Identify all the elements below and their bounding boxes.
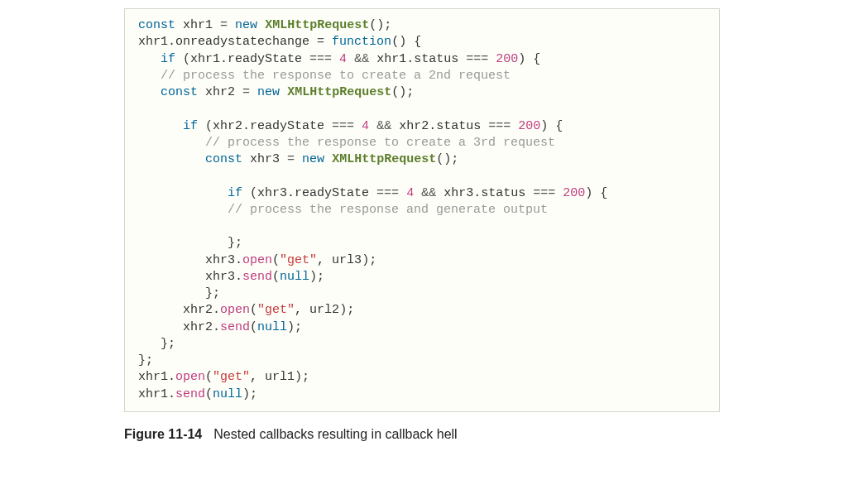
property: status xyxy=(414,52,458,66)
identifier: xhr2 xyxy=(183,303,213,317)
punct: ( xyxy=(250,320,257,334)
identifier: url3 xyxy=(332,253,362,267)
class-name: XMLHttpRequest xyxy=(265,18,369,32)
figure-caption: Figure 11-14Nested callbacks resulting i… xyxy=(124,427,720,442)
punct: ( xyxy=(272,253,280,267)
figure-label: Figure 11-14 xyxy=(124,427,202,441)
op-and: && xyxy=(347,52,376,66)
method-open: open xyxy=(242,253,272,267)
indent xyxy=(138,69,161,83)
dot: . xyxy=(235,253,242,267)
string: "get" xyxy=(213,370,250,384)
comment: // process the response to create a 3rd … xyxy=(205,136,555,150)
property: readyState xyxy=(250,119,324,133)
comma: , xyxy=(295,303,309,317)
identifier: xhr3 xyxy=(257,186,287,200)
identifier: xhr3 xyxy=(205,253,235,267)
keyword-function: function xyxy=(332,35,391,49)
indent xyxy=(138,119,183,133)
punct: ( xyxy=(205,370,213,384)
indent xyxy=(138,320,183,334)
op-and: && xyxy=(369,119,399,133)
keyword-const: const xyxy=(161,85,198,99)
dot: . xyxy=(429,119,436,133)
property: status xyxy=(481,186,525,200)
comma: , xyxy=(317,253,332,267)
punct: ); xyxy=(339,303,354,317)
number: 200 xyxy=(563,186,585,200)
indent xyxy=(138,270,205,284)
identifier: xhr2 xyxy=(183,320,213,334)
punct: ); xyxy=(295,370,309,384)
punct: ( xyxy=(175,52,190,66)
identifier: xhr1 xyxy=(190,52,220,66)
identifier: xhr1 xyxy=(138,370,168,384)
indent xyxy=(138,286,205,300)
identifier: url1 xyxy=(265,370,295,384)
method-send: send xyxy=(242,270,272,284)
code-block: const xhr1 = new XMLHttpRequest(); xhr1.… xyxy=(124,8,720,412)
indent xyxy=(138,303,183,317)
number: 200 xyxy=(518,119,540,133)
op-eqeqeq: === xyxy=(369,186,406,200)
comma: , xyxy=(250,370,265,384)
property: onreadystatechange xyxy=(175,35,309,49)
figure-caption-text: Nested callbacks resulting in callback h… xyxy=(213,427,457,441)
keyword-if: if xyxy=(161,52,175,66)
punct: ( xyxy=(272,270,280,284)
identifier: xhr2 xyxy=(213,119,242,133)
identifier: xhr1 xyxy=(138,387,168,401)
property: readyState xyxy=(228,52,302,66)
punct: ); xyxy=(362,253,376,267)
string: "get" xyxy=(257,303,295,317)
op-eqeqeq: === xyxy=(525,186,563,200)
keyword-new: new xyxy=(302,152,324,166)
punct: ); xyxy=(242,387,257,401)
keyword-if: if xyxy=(183,119,198,133)
keyword-const: const xyxy=(138,18,175,32)
comment: // process the response to create a 2nd … xyxy=(161,69,511,83)
op-eq: = xyxy=(287,152,295,166)
punct: ( xyxy=(205,387,213,401)
punct: ( xyxy=(250,303,257,317)
identifier: xhr1 xyxy=(376,52,406,66)
number: 4 xyxy=(339,52,347,66)
null-literal: null xyxy=(280,270,309,284)
identifier: url2 xyxy=(309,303,339,317)
indent xyxy=(138,152,205,166)
property: status xyxy=(436,119,481,133)
punct: ) { xyxy=(518,52,540,66)
brace-close: }; xyxy=(138,353,153,367)
string: "get" xyxy=(280,253,317,267)
punct: ); xyxy=(309,270,324,284)
method-send: send xyxy=(220,320,250,334)
dot: . xyxy=(220,52,228,66)
brace-close: }; xyxy=(228,236,242,250)
punct: (); xyxy=(369,18,391,32)
op-eqeqeq: === xyxy=(481,119,518,133)
dot: . xyxy=(406,52,414,66)
dot: . xyxy=(213,320,220,334)
indent xyxy=(138,186,228,200)
identifier: xhr3 xyxy=(250,152,280,166)
indent xyxy=(138,236,228,250)
indent xyxy=(138,337,161,351)
op-eq: = xyxy=(317,35,324,49)
punct: ) { xyxy=(585,186,607,200)
identifier: xhr1 xyxy=(138,35,168,49)
op-eqeqeq: === xyxy=(458,52,496,66)
keyword-new: new xyxy=(257,85,280,99)
keyword-new: new xyxy=(235,18,257,32)
null-literal: null xyxy=(257,320,287,334)
brace-close: }; xyxy=(161,337,175,351)
dot: . xyxy=(235,270,242,284)
indent xyxy=(138,136,205,150)
op-eq: = xyxy=(242,85,250,99)
method-open: open xyxy=(220,303,250,317)
dot: . xyxy=(168,387,175,401)
identifier: xhr2 xyxy=(205,85,235,99)
method-open: open xyxy=(175,370,205,384)
dot: . xyxy=(168,370,175,384)
indent xyxy=(138,253,205,267)
indent xyxy=(138,52,161,66)
